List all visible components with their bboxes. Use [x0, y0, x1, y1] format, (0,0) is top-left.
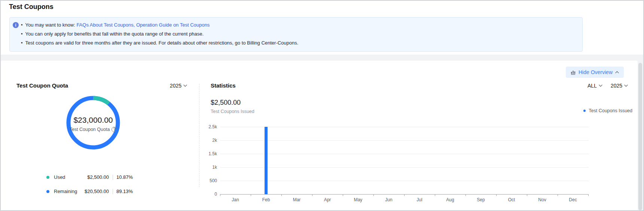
- axis-tick: [404, 194, 405, 196]
- axis-tick: [496, 194, 497, 196]
- info-icon: i: [13, 22, 19, 28]
- x-axis-label: Jun: [373, 197, 404, 203]
- operation-guide-link[interactable]: Operation Guide on Test Coupons: [136, 22, 210, 28]
- issued-bar-chart: 05001k1.5k2k2.5kJanFebMarAprMayJunJulAug…: [1, 61, 638, 211]
- notice-item: You can only apply for benefits that fal…: [21, 30, 298, 39]
- notice-prefix: You may want to know:: [25, 22, 77, 28]
- axis-tick: [466, 194, 466, 196]
- axis-tick: [251, 194, 251, 196]
- axis-tick: [373, 194, 374, 196]
- gridline: [220, 127, 589, 127]
- axis-tick: [588, 194, 589, 196]
- axis-tick: [281, 194, 282, 196]
- x-axis-label: Apr: [312, 197, 343, 203]
- x-axis-label: Jul: [404, 197, 435, 203]
- page-header: Test Coupons i You may want to know: FAQ…: [1, 1, 643, 55]
- x-axis-label: Dec: [558, 197, 588, 203]
- y-axis-label: 500: [198, 178, 217, 184]
- info-banner: i You may want to know: FAQs About Test …: [9, 17, 583, 52]
- x-axis-label: Feb: [251, 197, 281, 203]
- overview-panel: Hide Overview Test Coupon Quota 2025 $23…: [1, 61, 638, 211]
- x-axis-label: Jan: [220, 197, 251, 203]
- notice-list: You may want to know: FAQs About Test Co…: [21, 21, 298, 48]
- gridline: [220, 167, 589, 168]
- axis-tick: [220, 194, 220, 196]
- scrollbar: [637, 1, 643, 210]
- gridline: [220, 154, 589, 154]
- page-title: Test Coupons: [9, 3, 54, 11]
- x-axis-label: Oct: [496, 197, 527, 203]
- notice-item: You may want to know: FAQs About Test Co…: [21, 21, 298, 30]
- x-axis-label: Nov: [527, 197, 558, 203]
- section-gap: [1, 55, 643, 61]
- y-axis-label: 2k: [198, 137, 217, 143]
- axis-tick: [435, 194, 435, 196]
- axis-tick: [558, 194, 558, 196]
- y-axis-label: 2.5k: [198, 124, 217, 130]
- bar-feb: [265, 127, 268, 194]
- gridline: [220, 140, 589, 141]
- axis-tick: [527, 194, 527, 196]
- axis-tick: [312, 194, 312, 196]
- y-axis-label: 1k: [198, 164, 217, 170]
- x-axis-label: May: [343, 197, 373, 203]
- x-axis-label: Aug: [435, 197, 466, 203]
- scrollbar-thumb[interactable]: [638, 63, 642, 210]
- notice-item: Test coupons are valid for three months …: [21, 39, 298, 48]
- axis-tick: [343, 194, 343, 196]
- gridline: [220, 181, 589, 181]
- x-axis-label: Mar: [281, 197, 312, 203]
- link-separator: ,: [134, 22, 136, 28]
- faq-link[interactable]: FAQs About Test Coupons: [76, 22, 133, 28]
- y-axis-label: 1.5k: [198, 151, 217, 157]
- y-axis-label: 0: [198, 191, 217, 197]
- x-axis-label: Sep: [466, 197, 496, 203]
